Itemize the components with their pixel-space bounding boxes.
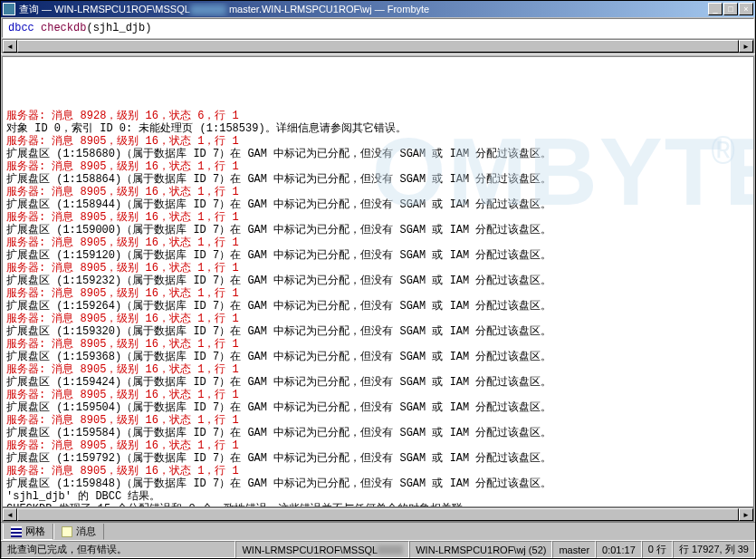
error-message: 扩展盘区 (1:159232)（属于数据库 ID 7）在 GAM 中标记为已分配… <box>6 275 750 287</box>
error-message: 扩展盘区 (1:159320)（属于数据库 ID 7）在 GAM 中标记为已分配… <box>6 325 750 338</box>
error-header: 服务器: 消息 8905，级别 16，状态 1，行 1 <box>6 363 750 376</box>
tab-label: 消息 <box>76 525 96 538</box>
titlebar[interactable]: 查询 — WIN-LRMSPCU1ROF\MSSQL master.WIN-LR… <box>1 1 755 17</box>
error-message: 扩展盘区 (1:159848)（属于数据库 ID 7）在 GAM 中标记为已分配… <box>6 477 750 490</box>
window-title: 查询 — WIN-LRMSPCU1ROF\MSSQL master.WIN-LR… <box>19 3 708 16</box>
error-message: 扩展盘区 (1:158944)（属于数据库 ID 7）在 GAM 中标记为已分配… <box>6 198 750 211</box>
scroll-thumb[interactable] <box>17 40 739 53</box>
watermark-reg: ® <box>712 148 735 160</box>
result-line: 'sjhl_djb' 的 DBCC 结果。 <box>6 490 750 503</box>
error-header: 服务器: 消息 8905，级别 16，状态 1，行 1 <box>6 211 750 224</box>
error-header: 服务器: 消息 8905，级别 16，状态 1，行 1 <box>6 313 750 325</box>
error-message: 扩展盘区 (1:158680)（属于数据库 ID 7）在 GAM 中标记为已分配… <box>6 148 750 160</box>
error-header: 服务器: 消息 8905，级别 16，状态 1，行 1 <box>6 414 750 427</box>
results-pane[interactable]: ® OMBYTE 服务器: 消息 8928，级别 16，状态 6，行 1对象 I… <box>2 56 754 507</box>
error-header: 服务器: 消息 8905，级别 16，状态 1，行 1 <box>6 236 750 249</box>
sql-keyword: dbcc <box>8 22 34 34</box>
status-message: 批查询已完成，但有错误。 <box>1 541 235 558</box>
error-header: 服务器: 消息 8905，级别 16，状态 1，行 1 <box>6 338 750 351</box>
close-button[interactable]: × <box>739 3 753 15</box>
query-window: 查询 — WIN-LRMSPCU1ROF\MSSQL master.WIN-LR… <box>0 0 756 559</box>
error-message: 扩展盘区 (1:158864)（属于数据库 ID 7）在 GAM 中标记为已分配… <box>6 173 750 186</box>
error-header: 服务器: 消息 8905，级别 16，状态 1，行 1 <box>6 135 750 148</box>
sql-function: checkdb <box>41 22 86 34</box>
error-header: 服务器: 消息 8905，级别 16，状态 1，行 1 <box>6 160 750 173</box>
status-cursor: 行 17927, 列 39 <box>673 541 755 558</box>
error-header: 服务器: 消息 8905，级别 16，状态 1，行 1 <box>6 439 750 452</box>
status-rows: 0 行 <box>642 541 673 558</box>
error-header: 服务器: 消息 8905，级别 16，状态 1，行 1 <box>6 287 750 300</box>
tab-label: 网格 <box>25 525 45 538</box>
status-bar: 批查询已完成，但有错误。 WIN-LRMSPCU1ROF\MSSQL WIN-L… <box>1 540 755 558</box>
status-connection: WIN-LRMSPCU1ROF\wj (52) <box>409 541 552 558</box>
error-message: 扩展盘区 (1:159504)（属于数据库 ID 7）在 GAM 中标记为已分配… <box>6 401 750 414</box>
error-message: 扩展盘区 (1:159424)（属于数据库 ID 7）在 GAM 中标记为已分配… <box>6 376 750 389</box>
message-icon <box>62 526 72 537</box>
status-server: WIN-LRMSPCU1ROF\MSSQL <box>235 541 409 558</box>
error-message: 扩展盘区 (1:159120)（属于数据库 ID 7）在 GAM 中标记为已分配… <box>6 249 750 262</box>
error-header: 服务器: 消息 8905，级别 16，状态 1，行 1 <box>6 389 750 401</box>
tab-messages[interactable]: 消息 <box>53 524 104 540</box>
scroll-thumb[interactable] <box>17 508 739 521</box>
minimize-button[interactable]: _ <box>708 3 723 15</box>
results-hscroll[interactable]: ◄ ► <box>2 507 754 522</box>
error-message: 扩展盘区 (1:159264)（属于数据库 ID 7）在 GAM 中标记为已分配… <box>6 300 750 313</box>
tab-grid[interactable]: 网格 <box>3 524 53 540</box>
error-header: 服务器: 消息 8905，级别 16，状态 1，行 1 <box>6 186 750 198</box>
scroll-left-icon[interactable]: ◄ <box>3 40 17 53</box>
error-message: 对象 ID 0，索引 ID 0: 未能处理页 (1:158539)。详细信息请参… <box>6 122 750 135</box>
sql-arg: (sjhl_djb) <box>86 22 151 34</box>
sql-editor[interactable]: dbcc checkdb(sjhl_djb) <box>2 18 754 38</box>
scroll-right-icon[interactable]: ► <box>739 508 753 521</box>
grid-icon <box>11 526 22 537</box>
window-icon <box>3 3 15 15</box>
error-header: 服务器: 消息 8905，级别 16，状态 1，行 1 <box>6 465 750 477</box>
status-database: master <box>552 541 596 558</box>
result-tabs: 网格 消息 <box>1 522 755 540</box>
status-time: 0:01:17 <box>596 541 642 558</box>
error-message: 扩展盘区 (1:159584)（属于数据库 ID 7）在 GAM 中标记为已分配… <box>6 427 750 439</box>
scroll-right-icon[interactable]: ► <box>739 40 753 53</box>
maximize-button[interactable]: □ <box>723 3 738 15</box>
editor-hscroll[interactable]: ◄ ► <box>2 39 754 53</box>
error-header: 服务器: 消息 8928，级别 16，状态 6，行 1 <box>6 110 750 122</box>
error-message: 扩展盘区 (1:159792)（属于数据库 ID 7）在 GAM 中标记为已分配… <box>6 452 750 465</box>
scroll-track[interactable] <box>17 508 739 521</box>
error-message: 扩展盘区 (1:159000)（属于数据库 ID 7）在 GAM 中标记为已分配… <box>6 224 750 236</box>
scroll-left-icon[interactable]: ◄ <box>3 508 17 521</box>
error-header: 服务器: 消息 8905，级别 16，状态 1，行 1 <box>6 262 750 275</box>
result-line: CHECKDB 发现了 15 个分配错误和 0 个一致性错误，这些错误并不与任何… <box>6 503 750 507</box>
error-message: 扩展盘区 (1:159368)（属于数据库 ID 7）在 GAM 中标记为已分配… <box>6 351 750 363</box>
scroll-track[interactable] <box>17 40 739 53</box>
